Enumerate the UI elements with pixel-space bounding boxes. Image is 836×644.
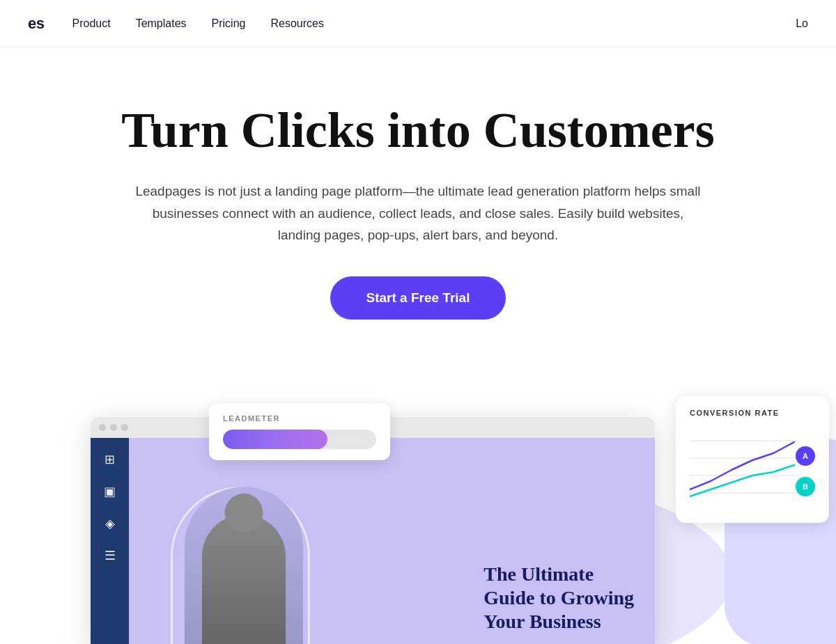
nav-templates[interactable]: Templates: [136, 17, 187, 29]
nav-login[interactable]: Lo: [796, 17, 808, 30]
browser-content: The Ultimate Guide to Growing Your Busin…: [129, 438, 655, 644]
conversion-chart: A B: [690, 427, 815, 510]
nav-product[interactable]: Product: [72, 17, 110, 29]
leadmeter-bar-background: [223, 430, 376, 449]
nav-pricing[interactable]: Pricing: [212, 17, 246, 29]
nav-resources[interactable]: Resources: [270, 17, 323, 29]
browser-sidebar: ⊞ ▣ ◈ ☰: [91, 438, 129, 644]
leadmeter-card: LEADMETER: [209, 403, 390, 460]
logo: es: [28, 15, 44, 33]
navbar: es Product Templates Pricing Resources L…: [0, 0, 836, 47]
browser-dot-green: [121, 424, 128, 431]
browser-dot-yellow: [110, 424, 117, 431]
hero-section: Turn Clicks into Customers Leadpages is …: [0, 47, 836, 361]
person-head: [225, 494, 263, 532]
browser-body: ⊞ ▣ ◈ ☰ The Ultimate G: [91, 438, 655, 644]
browser-text-overlay: The Ultimate Guide to Growing Your Busin…: [483, 563, 634, 633]
preview-area: LEADMETER CONVERSION RATE A B: [0, 382, 836, 644]
person-circle: [185, 487, 303, 644]
chart-svg: [690, 427, 815, 510]
hero-headline: Turn Clicks into Customers: [70, 103, 766, 158]
leadmeter-bar-fill: [223, 430, 327, 449]
leadmeter-label: LEADMETER: [223, 414, 376, 423]
conversion-rate-card: CONVERSION RATE A B: [676, 396, 829, 523]
browser-overlay-text: The Ultimate Guide to Growing Your Busin…: [483, 563, 634, 633]
conversion-title: CONVERSION RATE: [690, 409, 815, 417]
person-silhouette: [202, 515, 286, 644]
sidebar-pages-icon: ▣: [104, 484, 116, 499]
sidebar-layers-icon: ⊞: [104, 452, 115, 467]
browser-dot-red: [99, 424, 106, 431]
sidebar-sections-icon: ◈: [105, 516, 115, 531]
cta-button[interactable]: Start a Free Trial: [330, 276, 506, 320]
sidebar-menu-icon: ☰: [104, 548, 116, 563]
hero-description: Leadpages is not just a landing page pla…: [132, 180, 704, 246]
